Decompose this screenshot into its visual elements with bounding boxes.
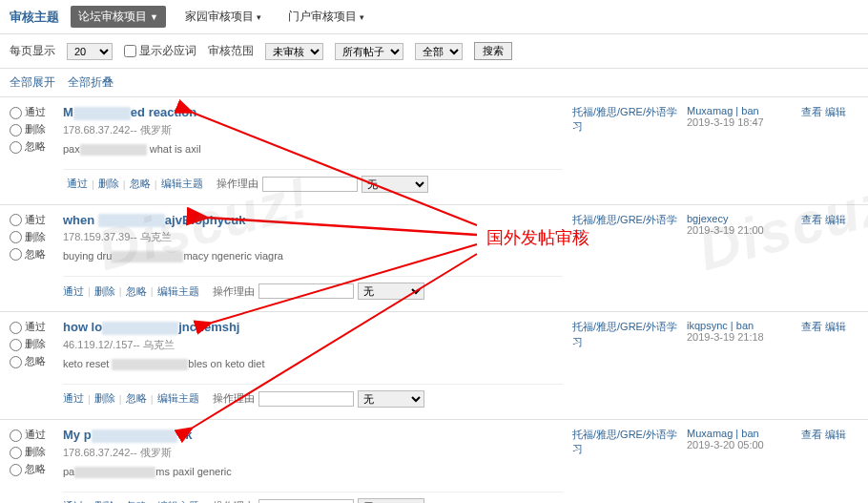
row-action-radios: 通过 删除 忽略 [10,320,63,408]
reason-select[interactable]: 无 [362,176,428,193]
post-ip: 178.68.37.242-- 俄罗斯 [63,123,563,137]
post-snippet: paxx what is axil [63,143,563,156]
view-link[interactable]: 查看 [801,106,822,117]
action-delete[interactable]: 删除 [98,177,119,191]
action-edit-topic[interactable]: 编辑主题 [157,284,199,299]
post-user-col: Muxamag | ban 2019-3-19 18:47 [687,105,801,193]
tab-portal[interactable]: 门户审核项目▾ [280,6,372,28]
post-title[interactable]: Mxed reaction [63,105,563,120]
action-delete[interactable]: 删除 [94,284,115,299]
post-view-col: 查看编辑 [801,320,858,408]
post-action-line: 通过| 删除| 忽略| 编辑主题 操作理由 无 [63,276,563,300]
post-user[interactable]: Muxamag | ban [687,428,801,439]
post-action-line: 通过| 删除| 忽略| 编辑主题 操作理由 无 [63,169,563,193]
post-title[interactable]: when xajvBlophycuk [63,213,563,228]
post-user[interactable]: Muxamag | ban [687,105,801,116]
radio-delete[interactable]: 删除 [10,445,63,459]
reason-input[interactable] [262,177,358,192]
action-ignore[interactable]: 忽略 [126,284,147,299]
post-date: 2019-3-19 18:47 [687,116,801,128]
reason-select[interactable]: 无 [358,283,424,300]
caret-icon: ▾ [360,12,364,22]
perpage-label: 每页显示 [10,43,55,59]
post-row: 通过 删除 忽略 Mxed reaction 178.68.37.242-- 俄… [0,96,868,204]
header-tabs: 审核主题 论坛审核项目 ▼ 家园审核项目▾ 门户审核项目▾ [0,0,868,34]
action-pass[interactable]: 通过 [63,284,84,299]
post-title[interactable]: how loxjnchemshj [63,320,563,335]
action-ignore[interactable]: 忽略 [130,177,151,191]
action-pass[interactable]: 通过 [67,177,88,191]
post-user[interactable]: ikqpsync | ban [687,320,801,331]
radio-ignore[interactable]: 忽略 [10,139,63,154]
post-category[interactable]: 托福/雅思/GRE/外语学习 [572,320,687,408]
post-view-col: 查看编辑 [801,428,858,503]
action-ignore[interactable]: 忽略 [126,391,147,406]
post-user-col: Muxamag | ban 2019-3-20 05:00 [687,428,801,503]
radio-delete[interactable]: 删除 [10,122,63,136]
post-category[interactable]: 托福/雅思/GRE/外语学习 [572,428,687,503]
action-pass[interactable]: 通过 [63,499,84,503]
post-view-col: 查看编辑 [801,105,858,193]
perpage-select[interactable]: 20 [67,43,113,60]
action-edit-topic[interactable]: 编辑主题 [161,177,203,191]
post-user-col: bgjexecy 2019-3-19 21:00 [687,213,801,301]
post-ip: 178.159.37.39-- 乌克兰 [63,230,563,244]
type-select[interactable]: 全部 [415,43,463,60]
tab-home[interactable]: 家园审核项目▾ [177,6,269,28]
reason-label: 操作理由 [213,391,255,406]
post-ip: 46.119.12/.157-- 乌克兰 [63,338,563,352]
action-delete[interactable]: 删除 [94,391,115,406]
radio-pass[interactable]: 通过 [10,320,63,334]
row-action-radios: 通过 删除 忽略 [10,213,63,301]
reason-input[interactable] [258,283,354,299]
radio-ignore[interactable]: 忽略 [10,247,63,262]
edit-link[interactable]: 编辑 [825,321,846,332]
tab-forum[interactable]: 论坛审核项目 ▼ [71,6,166,28]
reason-select[interactable]: 无 [358,498,424,503]
action-pass[interactable]: 通过 [63,391,84,406]
edit-link[interactable]: 编辑 [825,429,846,440]
view-link[interactable]: 查看 [801,214,822,225]
radio-pass[interactable]: 通过 [10,428,63,442]
search-button[interactable]: 搜索 [474,42,512,60]
scope-select[interactable]: 未审核 [265,43,323,60]
view-link[interactable]: 查看 [801,321,822,332]
show-review-checkbox[interactable]: 显示必应词 [124,43,196,59]
action-ignore[interactable]: 忽略 [126,499,147,503]
post-user[interactable]: bgjexecy [687,213,801,224]
edit-link[interactable]: 编辑 [825,106,846,117]
row-action-radios: 通过 删除 忽略 [10,105,63,193]
poster-select[interactable]: 所有帖子 [335,43,403,60]
post-ip: 178.68.37.242-- 俄罗斯 [63,446,563,460]
post-date: 2019-3-19 21:00 [687,224,801,236]
radio-ignore[interactable]: 忽略 [10,354,63,368]
reason-label: 操作理由 [213,499,255,503]
row-action-radios: 通过 删除 忽略 [10,428,63,503]
expand-all-link[interactable]: 全部展开 [10,75,55,89]
collapse-all-link[interactable]: 全部折叠 [68,75,114,89]
action-edit-topic[interactable]: 编辑主题 [157,499,199,503]
reason-input[interactable] [258,391,354,407]
radio-delete[interactable]: 删除 [10,230,63,244]
post-action-line: 通过| 删除| 忽略| 编辑主题 操作理由 无 [63,492,563,503]
radio-delete[interactable]: 删除 [10,337,63,351]
reason-input[interactable] [258,499,354,503]
post-user-col: ikqpsync | ban 2019-3-19 21:18 [687,320,801,408]
expand-bar: 全部展开 全部折叠 [0,69,868,96]
post-action-line: 通过| 删除| 忽略| 编辑主题 操作理由 无 [63,384,563,408]
action-delete[interactable]: 删除 [94,499,115,503]
radio-ignore[interactable]: 忽略 [10,462,63,476]
edit-link[interactable]: 编辑 [825,214,846,225]
post-snippet: paxms paxil generic [63,466,563,478]
post-category[interactable]: 托福/雅思/GRE/外语学习 [572,213,687,301]
radio-pass[interactable]: 通过 [10,105,63,119]
post-row: 通过 删除 忽略 My px rk 178.68.37.242-- 俄罗斯 pa… [0,419,868,503]
reason-select[interactable]: 无 [358,390,424,408]
caret-icon: ▾ [257,12,261,22]
radio-pass[interactable]: 通过 [10,213,63,227]
post-title[interactable]: My px rk [63,428,563,443]
view-link[interactable]: 查看 [801,429,822,440]
action-edit-topic[interactable]: 编辑主题 [157,391,199,406]
post-category[interactable]: 托福/雅思/GRE/外语学习 [572,105,687,193]
post-row: 通过 删除 忽略 how loxjnchemshj 46.119.12/.157… [0,311,868,419]
